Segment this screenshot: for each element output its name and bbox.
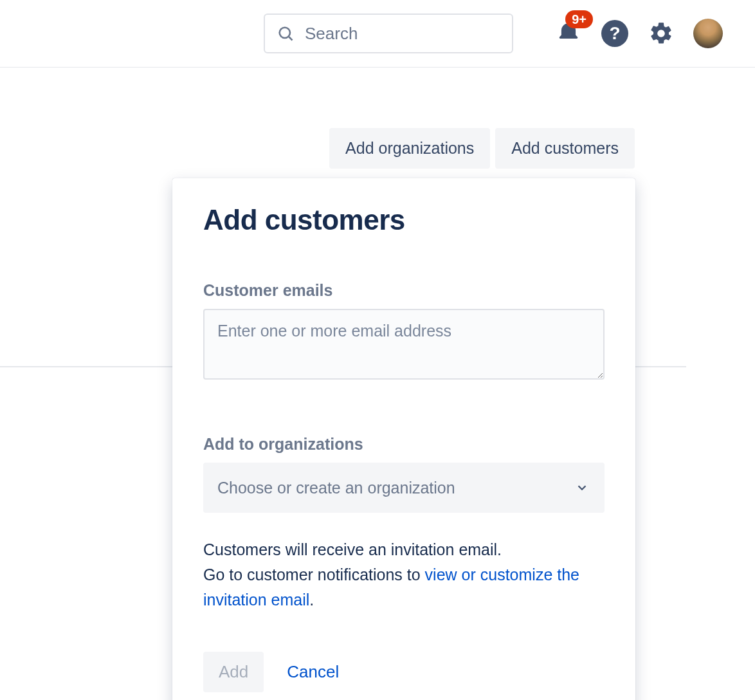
search-input[interactable] xyxy=(264,14,513,53)
organization-select-placeholder: Choose or create an organization xyxy=(217,479,455,497)
add-customers-dialog: Add customers Customer emails Add to org… xyxy=(172,178,635,700)
gear-icon xyxy=(648,21,674,46)
customer-emails-input[interactable] xyxy=(203,309,605,380)
settings-button[interactable] xyxy=(647,19,675,48)
notification-badge: 9+ xyxy=(565,10,593,28)
add-organizations-button[interactable]: Add organizations xyxy=(329,128,490,169)
info-line2-suffix: . xyxy=(309,591,314,609)
avatar[interactable] xyxy=(693,19,723,48)
help-button[interactable]: ? xyxy=(601,19,629,48)
page-body: Add organizations Add customers Add cust… xyxy=(0,68,755,700)
invitation-info-text: Customers will receive an invitation ema… xyxy=(203,537,605,612)
add-to-organizations-label: Add to organizations xyxy=(203,435,605,454)
info-line2-prefix: Go to customer notifications to xyxy=(203,566,425,584)
svg-point-0 xyxy=(280,28,290,38)
customer-emails-label: Customer emails xyxy=(203,281,605,300)
organization-select-wrapper: Choose or create an organization xyxy=(203,463,605,513)
add-button[interactable]: Add xyxy=(203,652,264,692)
info-line1: Customers will receive an invitation ema… xyxy=(203,540,502,558)
question-icon: ? xyxy=(601,20,628,47)
svg-line-1 xyxy=(289,37,293,41)
organization-select[interactable]: Choose or create an organization xyxy=(203,463,605,513)
dialog-title: Add customers xyxy=(203,204,605,236)
search-wrapper xyxy=(264,14,513,53)
top-header: 9+ ? xyxy=(0,0,755,68)
page-actions: Add organizations Add customers xyxy=(329,128,635,169)
notifications-button[interactable]: 9+ xyxy=(554,19,583,48)
search-icon xyxy=(277,24,295,42)
dialog-actions: Add Cancel xyxy=(203,652,605,692)
add-customers-button[interactable]: Add customers xyxy=(495,128,635,169)
cancel-button[interactable]: Cancel xyxy=(287,662,339,682)
